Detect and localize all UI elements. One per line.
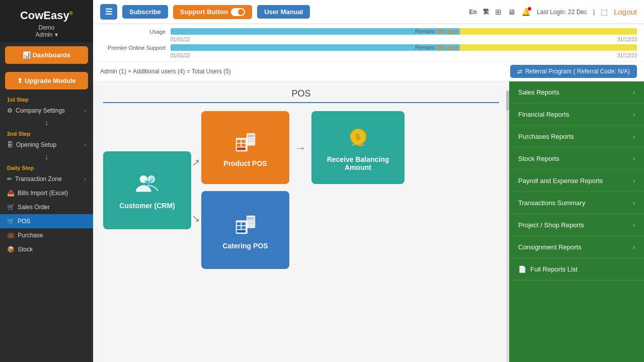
step1-label: 1st Step	[0, 94, 93, 104]
support-toggle[interactable]	[231, 8, 245, 16]
pos-card-catering-pos[interactable]: Catering POS	[201, 191, 289, 269]
svg-rect-17	[242, 222, 246, 225]
pos-grid: Customer (CRM) ↗ ↘	[103, 111, 499, 269]
daily-step-label: Daily Step	[0, 162, 93, 172]
pos-section: POS Custom	[93, 81, 509, 362]
pos-card-product-pos[interactable]: Product POS	[201, 111, 289, 184]
pos-card-receive-balancing[interactable]: $ Receive Balancing Amount	[311, 111, 405, 184]
referral-label: Referral Program ( Referral Code: N/A)	[525, 68, 630, 75]
chevron-right-icon: ›	[633, 155, 635, 162]
chevron-right-icon: ›	[633, 133, 635, 140]
usage-label-2: Premier Online Support	[100, 45, 166, 51]
sidebar-item-transaction-zone[interactable]: ✏ Transaction Zone ›	[0, 172, 93, 186]
manual-button[interactable]: User Manual	[257, 5, 310, 19]
referral-icon: ⇄	[517, 68, 522, 75]
main-content: ☰ Subscribe Support Button User Manual E…	[93, 0, 644, 362]
usage-label-1: Usage	[100, 29, 166, 35]
chevron-right-icon: ›	[633, 200, 635, 207]
sidebar: CowEasy® Demo Admin ▾ 📊 Dashboards ⬆ Upg…	[0, 0, 93, 362]
receive-balancing-label: Receive Balancing Amount	[316, 155, 399, 171]
arrow-right-1: →	[294, 141, 306, 155]
sidebar-item-bills-import[interactable]: 📥 Bills Import (Excel)	[0, 186, 93, 200]
sidebar-item-opening-setup[interactable]: 🗄 Opening Setup ›	[0, 138, 93, 152]
arrow-ne: ↗	[192, 156, 200, 168]
usage-row-2: Premier Online Support Remains 356 days	[100, 44, 637, 51]
report-item-consignment[interactable]: Consignment Reports ›	[509, 236, 644, 258]
notif-dot	[528, 7, 531, 11]
reports-panel: Sales Reports › Financial Reports › Purc…	[509, 81, 644, 362]
bills-icon: 📥	[7, 190, 15, 197]
svg-rect-7	[236, 147, 245, 150]
logo-text: CowEasy®	[20, 9, 73, 22]
notification-icon[interactable]: 🔔	[521, 8, 531, 17]
report-item-purchases[interactable]: Purchases Reports ›	[509, 126, 644, 148]
logout-button[interactable]: Logout	[614, 8, 637, 16]
pos-card-customer-crm[interactable]: Customer (CRM)	[103, 151, 191, 229]
svg-rect-20	[236, 230, 245, 232]
report-item-full[interactable]: 📄 Full Reports List	[509, 258, 644, 281]
product-pos-label: Product POS	[223, 159, 267, 167]
scrollbar-thumb[interactable]	[506, 90, 509, 111]
svg-rect-11	[247, 140, 254, 142]
svg-rect-21	[246, 215, 255, 228]
topbar-right: En 繁 ⊞ 🖥 🔔 Last Login: 22 Dec | ⬚ Logout	[469, 8, 637, 17]
usage-bar-2: Remains 356 days	[171, 44, 637, 51]
report-item-stock[interactable]: Stock Reports ›	[509, 148, 644, 170]
usage-bar-1: Remains 356 days	[171, 28, 637, 35]
full-reports-label: Full Reports List	[530, 265, 578, 273]
sidebar-item-stock[interactable]: 📦 Stock	[0, 242, 93, 256]
demo-label: Demo	[7, 24, 86, 31]
svg-rect-23	[247, 220, 254, 222]
crm-card-label: Customer (CRM)	[119, 202, 175, 210]
subscribe-button[interactable]: Subscribe	[122, 5, 168, 19]
sidebar-item-pos[interactable]: 🛒 POS	[0, 214, 93, 228]
sidebar-item-purchase[interactable]: 💼 Purchase	[0, 228, 93, 242]
logout-separator: |	[593, 9, 595, 16]
svg-text:$: $	[355, 131, 360, 141]
support-button[interactable]: Support Button	[173, 5, 252, 19]
admin-info-row: Admin (1) + Additional users (4) = Total…	[93, 62, 644, 81]
chevron-right-icon: ›	[633, 244, 635, 251]
usage-row-1: Usage Remains 356 days	[100, 28, 637, 35]
report-item-sales[interactable]: Sales Reports ›	[509, 81, 644, 104]
svg-rect-9	[247, 135, 254, 137]
lang-en[interactable]: En	[469, 9, 477, 16]
report-item-payroll[interactable]: Payroll and Expense Reports ›	[509, 170, 644, 192]
admin-label: Admin	[35, 31, 52, 38]
purchase-icon: 💼	[7, 232, 15, 239]
usage-remains-2: Remains 356 days	[415, 44, 460, 51]
svg-rect-5	[236, 143, 240, 146]
sidebar-logo: CowEasy® Demo Admin ▾	[0, 0, 93, 42]
sales-order-icon: 🛒	[7, 204, 15, 211]
chevron-right-icon: ›	[633, 222, 635, 229]
monitor-icon[interactable]: 🖥	[508, 8, 515, 16]
step2-label: 2nd Step	[0, 128, 93, 138]
admin-chevron[interactable]: ▾	[55, 31, 58, 38]
svg-point-1	[147, 175, 155, 183]
sidebar-item-company-settings[interactable]: ⚙ Company Settings ›	[0, 104, 93, 118]
purchases-reports-label: Purchases Reports	[518, 133, 574, 140]
svg-rect-3	[236, 140, 240, 143]
toggle-dot	[238, 9, 244, 15]
step-arrow-down: ↓	[0, 118, 93, 128]
grid-icon[interactable]: ⊞	[495, 8, 502, 17]
chevron-right-icon: ›	[633, 177, 635, 185]
svg-rect-8	[246, 133, 255, 145]
last-login-text: Last Login: 22 Dec	[537, 9, 587, 16]
upgrade-button[interactable]: ⬆ Upgrade Module	[5, 72, 88, 89]
referral-button[interactable]: ⇄ Referral Program ( Referral Code: N/A)	[510, 65, 637, 78]
admin-row: Admin ▾	[7, 31, 86, 38]
report-item-financial[interactable]: Financial Reports ›	[509, 104, 644, 126]
menu-button[interactable]: ☰	[100, 4, 117, 20]
svg-rect-18	[236, 226, 240, 229]
report-item-project[interactable]: Project / Shop Reports ›	[509, 214, 644, 236]
transaction-icon: ✏	[7, 175, 12, 183]
lang-zh[interactable]: 繁	[483, 8, 489, 16]
sidebar-item-sales-order[interactable]: 🛒 Sales Order	[0, 200, 93, 214]
upgrade-icon: ⬆	[17, 77, 25, 84]
scrollbar-track[interactable]	[506, 90, 509, 362]
dashboards-button[interactable]: 📊 Dashboards	[5, 46, 88, 64]
project-reports-label: Project / Shop Reports	[518, 221, 584, 229]
report-item-transactions[interactable]: Transactions Summary ›	[509, 192, 644, 214]
sales-reports-label: Sales Reports	[518, 88, 559, 96]
